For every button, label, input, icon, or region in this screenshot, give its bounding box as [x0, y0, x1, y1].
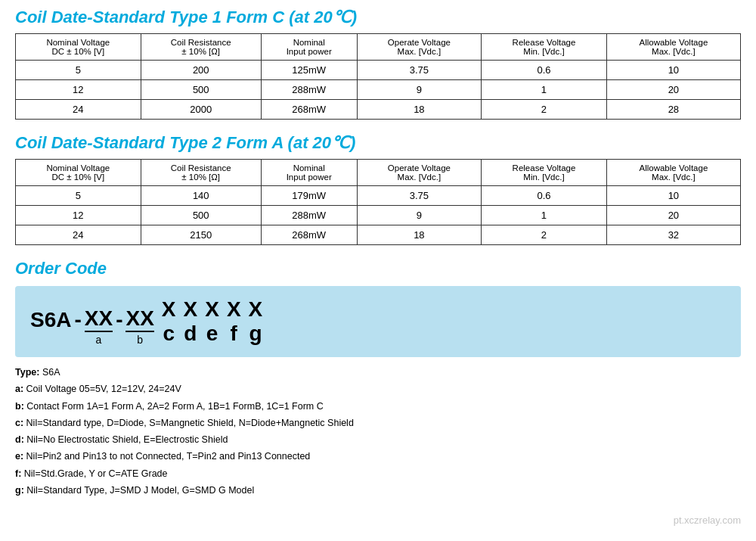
description-list: Type: S6Aa: Coil Voltage 05=5V, 12=12V, …: [15, 365, 741, 499]
table2-header-1: Coil Resistance± 10% [Ω]: [141, 160, 261, 186]
table-row: 12500288mW9120: [16, 80, 741, 100]
list-item: c: Nil=Standard type, D=Diode, S=Mangnet…: [15, 415, 741, 431]
watermark: pt.xczrelay.com: [674, 515, 741, 526]
section-title-2: Coil Date-Standard Type 2 Form A (at 20℃…: [15, 133, 741, 153]
table-row: 242150268mW18232: [16, 225, 741, 245]
formula-part-d-top: X: [184, 297, 198, 322]
table-1: Nominal VoltageDC ± 10% [V] Coil Resista…: [15, 33, 741, 120]
table1-header-1: Coil Resistance± 10% [Ω]: [141, 34, 261, 61]
table-row: 5140179mW3.750.610: [16, 186, 741, 206]
order-code-box: S6A - XX a - XX b X c X d X e: [15, 286, 741, 357]
list-item: f: Nil=Std.Grade, Y or C=ATE Grade: [15, 466, 741, 482]
formula-part-a-bot: a: [85, 331, 113, 346]
formula-row: S6A - XX a - XX b X c X d X e: [30, 297, 726, 346]
table-2: Nominal VoltageDC ± 10% [V] Coil Resista…: [15, 159, 741, 245]
table-row: 12500288mW9120: [16, 206, 741, 225]
formula-part-e-top: X: [205, 297, 219, 322]
formula-part-g-bot: g: [249, 322, 262, 346]
list-item: g: Nil=Standard Type, J=SMD J Model, G=S…: [15, 483, 741, 499]
table1-header-4: Release VoltageMin. [Vdc.]: [482, 34, 607, 61]
table1-header-5: Allowable VoltageMax. [Vdc.]: [606, 34, 740, 61]
formula-part-c-bot: c: [163, 322, 175, 346]
table2-header-5: Allowable VoltageMax. [Vdc.]: [606, 160, 740, 186]
table-row: 242000268mW18228: [16, 100, 741, 120]
table2-header-0: Nominal VoltageDC ± 10% [V]: [16, 160, 141, 186]
table2-header-4: Release VoltageMin. [Vdc.]: [482, 160, 607, 186]
formula-part-f-top: X: [227, 297, 241, 322]
table2-header-3: Operate VoltageMax. [Vdc.]: [357, 160, 482, 186]
formula-part-g-top: X: [249, 297, 263, 322]
formula-part-b-bot: b: [125, 331, 153, 346]
order-code-title: Order Code: [15, 259, 741, 278]
list-item: a: Coil Voltage 05=5V, 12=12V, 24=24V: [15, 381, 741, 397]
formula-sep1: -: [74, 308, 81, 332]
table1-header-2: NominalInput power: [261, 34, 357, 61]
formula-part-a-top: XX: [85, 306, 113, 331]
formula-part-d-bot: d: [184, 322, 197, 346]
formula-part-f-bot: f: [231, 322, 237, 346]
table-row: 5200125mW3.750.610: [16, 61, 741, 80]
formula-part-e-bot: e: [206, 322, 218, 346]
formula-part-b-top: XX: [125, 306, 153, 331]
section-title-1: Coil Date-Standard Type 1 Form C (at 20℃…: [15, 8, 741, 27]
formula-part-a: XX a: [85, 306, 113, 346]
formula-prefix: S6A: [30, 308, 71, 332]
formula-part-c-top: X: [162, 297, 176, 322]
list-item: e: Nil=Pin2 and Pin13 to not Connected, …: [15, 449, 741, 465]
formula-part-b: XX b: [125, 306, 153, 346]
formula-sep2: -: [116, 308, 122, 332]
list-item: d: Nil=No Electrostatic Shield, E=Electr…: [15, 432, 741, 448]
list-item: b: Contact Form 1A=1 Form A, 2A=2 Form A…: [15, 399, 741, 415]
table1-header-0: Nominal VoltageDC ± 10% [V]: [16, 34, 141, 61]
list-item: Type: S6A: [15, 365, 741, 381]
table1-header-3: Operate VoltageMax. [Vdc.]: [357, 34, 482, 61]
table2-header-2: NominalInput power: [261, 160, 357, 186]
